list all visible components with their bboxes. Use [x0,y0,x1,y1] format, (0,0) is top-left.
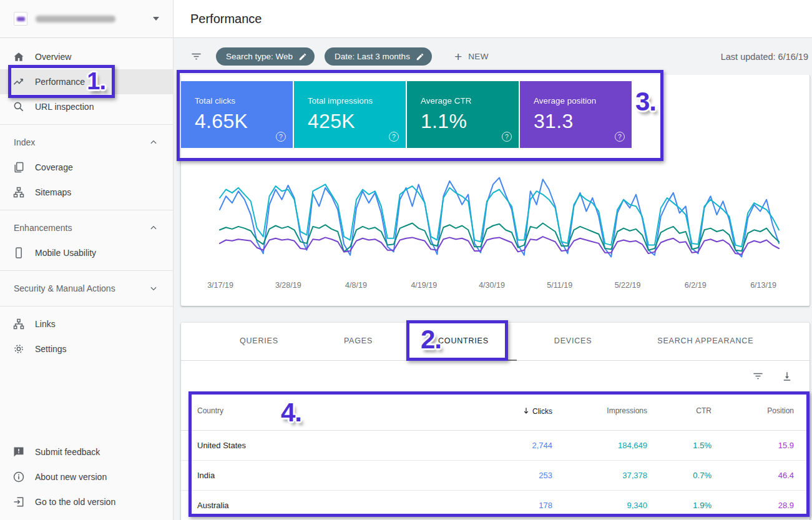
metric-card-total-impressions[interactable]: Total impressions425K? [294,81,406,148]
new-filter-label: NEW [468,52,489,61]
exit-icon [12,495,26,509]
column-header-position[interactable]: Position [712,406,810,415]
dimension-tabs: QUERIESPAGESCOUNTRIESDEVICESSEARCH APPEA… [181,323,810,361]
metric-value: 1.1% [421,110,519,133]
sidebar-item-settings[interactable]: Settings [0,336,173,361]
chart-line-average-position [220,237,779,254]
cell-clicks: 178 [456,501,552,510]
help-icon[interactable]: ? [276,132,286,142]
metric-label: Average position [534,96,632,105]
sidebar-item-label: Links [35,319,56,329]
metric-value: 31.3 [534,110,632,133]
sidebar-section-enhancements[interactable]: Enhancements [0,215,173,240]
sidebar-section-security-manual-actions[interactable]: Security & Manual Actions [0,276,173,301]
tab-queries[interactable]: QUERIES [212,323,306,361]
filter-rows-icon[interactable] [752,370,764,382]
sidebar-item-url-inspection[interactable]: URL inspection [0,94,173,119]
metric-card-average-position[interactable]: Average position31.3? [520,81,632,148]
sidebar-item-performance[interactable]: Performance [0,69,173,94]
cell-ctr: 1.5% [647,441,712,450]
metric-label: Average CTR [421,96,519,105]
date-range-chip-label: Date: Last 3 months [335,52,410,61]
content: Total clicks4.65K?Total impressions425K?… [174,75,812,520]
feedback-icon [12,445,26,459]
column-header-impressions[interactable]: Impressions [552,406,647,415]
sidebar-footer: Submit feedbackAbout new versionGo to th… [0,439,173,514]
sidebar-item-label: Settings [35,344,67,354]
table-header: Country ClicksImpressionsCTRPosition [181,391,810,431]
filter-icon[interactable] [190,51,202,62]
x-axis-label: 4/30/19 [464,281,520,290]
sidebar-item-coverage[interactable]: Coverage [0,155,173,180]
metric-card-total-clicks[interactable]: Total clicks4.65K? [181,81,293,148]
column-header-country[interactable]: Country [181,406,456,415]
tab-devices[interactable]: DEVICES [526,323,620,361]
dimensions-table-card: QUERIESPAGESCOUNTRIESDEVICESSEARCH APPEA… [181,323,810,520]
performance-line-chart [181,169,810,278]
search-type-chip[interactable]: Search type: Web [216,47,315,66]
tab-pages[interactable]: PAGES [316,323,401,361]
sidebar-item-label: Submit feedback [35,447,100,457]
new-filter-button[interactable]: + NEW [454,50,489,63]
sidebar-item-about-new-version[interactable]: About new version [0,464,173,489]
home-icon [12,50,26,64]
sidebar-item-label: Overview [35,52,71,62]
table-row-united-states[interactable]: United States2,744184,6491.5%15.9 [181,431,810,461]
table-row-india[interactable]: India25337,3780.7%46.4 [181,461,810,491]
cell-impressions: 37,378 [552,471,647,480]
tab-countries[interactable]: COUNTRIES [410,323,517,361]
property-selector[interactable] [0,0,173,38]
sidebar-nav: OverviewPerformanceURL inspectionIndexCo… [0,38,173,361]
tab-search-appearance[interactable]: SEARCH APPEARANCE [629,323,781,361]
sidebar-item-label: Performance [35,77,85,87]
performance-chart-card: Total clicks4.65K?Total impressions425K?… [181,75,810,306]
help-icon[interactable]: ? [615,132,625,142]
sidebar-item-overview[interactable]: Overview [0,44,173,69]
help-icon[interactable]: ? [389,132,399,142]
cell-position: 46.4 [712,471,810,480]
cell-impressions: 9,340 [552,501,647,510]
x-axis-label: 3/28/19 [260,281,316,290]
sidebar-item-submit-feedback[interactable]: Submit feedback [0,439,173,464]
download-icon[interactable] [781,371,793,382]
sidebar-section-label: Security & Manual Actions [14,283,115,293]
search-icon [12,100,26,114]
sidebar-item-label: Mobile Usability [35,248,96,258]
search-type-chip-label: Search type: Web [226,52,293,61]
metric-value: 4.65K [195,110,293,133]
edit-pencil-icon [298,52,307,61]
sidebar-item-label: Go to the old version [35,497,115,507]
x-axis-label: 6/2/19 [667,281,723,290]
coverage-icon [12,160,26,174]
sidebar-item-label: About new version [35,472,107,482]
property-domain-redacted [36,16,115,22]
sidebar-item-sitemaps[interactable]: Sitemaps [0,180,173,205]
column-header-ctr[interactable]: CTR [647,406,712,415]
column-header-clicks[interactable]: Clicks [456,406,552,416]
cell-ctr: 0.7% [647,471,712,480]
help-icon[interactable]: ? [502,132,512,142]
cell-position: 28.9 [712,501,810,510]
metric-card-average-ctr[interactable]: Average CTR1.1%? [407,81,519,148]
x-axis-label: 4/19/19 [396,281,452,290]
sidebar-item-links[interactable]: Links [0,312,173,336]
sidebar-divider [0,124,173,125]
sidebar-item-go-to-the-old-version[interactable]: Go to the old version [0,489,173,514]
sidebar-item-mobile-usability[interactable]: Mobile Usability [0,240,173,265]
date-range-chip[interactable]: Date: Last 3 months [325,47,432,66]
links-icon [12,317,26,331]
table-toolbar [181,361,810,391]
edit-pencil-icon [416,52,424,61]
sidebar-section-label: Index [14,137,35,147]
x-axis-label: 3/17/19 [192,281,248,290]
caret-down-icon [153,17,159,21]
chevron-up-icon [149,223,158,232]
info-icon [12,470,26,484]
site-logo [14,12,27,26]
x-axis-label: 4/8/19 [328,281,384,290]
table-row-australia[interactable]: Australia1789,3401.9%28.9 [181,491,810,520]
sidebar: OverviewPerformanceURL inspectionIndexCo… [0,0,174,520]
chevron-down-icon [149,284,158,293]
sidebar-item-label: Sitemaps [35,187,71,197]
sidebar-section-index[interactable]: Index [0,130,173,155]
